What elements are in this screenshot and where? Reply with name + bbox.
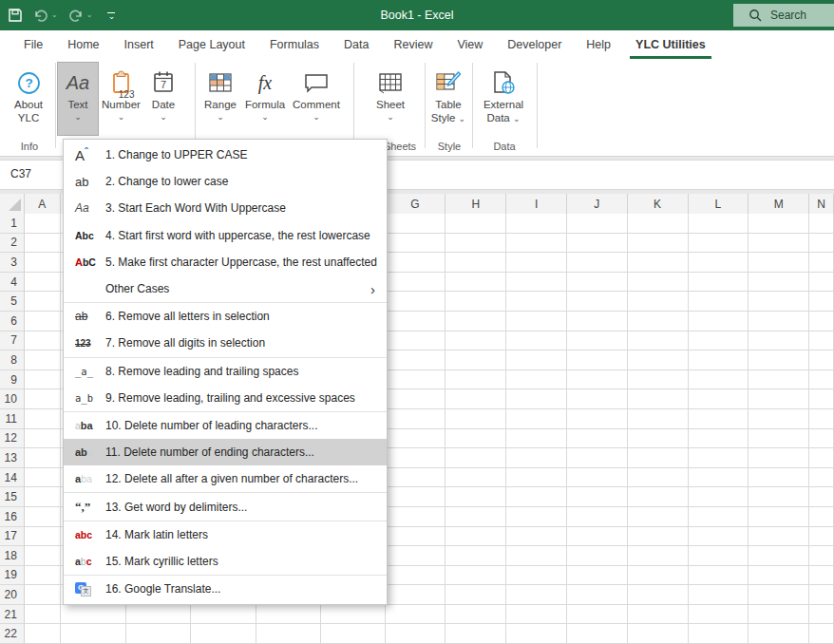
cell-M15[interactable] xyxy=(749,487,809,507)
cell-A18[interactable] xyxy=(25,546,61,566)
cell-M9[interactable] xyxy=(749,370,809,390)
tab-insert[interactable]: Insert xyxy=(112,30,166,59)
menu-item-delete-ending-chars[interactable]: aba 11. Delete number of ending characte… xyxy=(64,439,387,465)
cell-G9[interactable] xyxy=(386,370,446,390)
cell-L4[interactable] xyxy=(689,273,749,293)
cell-G6[interactable] xyxy=(386,312,446,331)
cell-H12[interactable] xyxy=(445,429,506,449)
cell-L11[interactable] xyxy=(689,409,749,429)
cell-J11[interactable] xyxy=(567,409,628,429)
cell-A7[interactable] xyxy=(25,331,61,351)
cell-M20[interactable] xyxy=(749,585,809,605)
row-header-16[interactable]: 16 xyxy=(0,507,25,527)
cell-I1[interactable] xyxy=(506,214,567,234)
cell-A19[interactable] xyxy=(25,566,61,586)
cell-M11[interactable] xyxy=(749,409,809,429)
cell-M17[interactable] xyxy=(749,527,809,547)
cell-J20[interactable] xyxy=(567,585,628,605)
cell-N20[interactable] xyxy=(809,585,834,605)
cell-N16[interactable] xyxy=(809,507,834,527)
cell-L22[interactable] xyxy=(689,624,749,644)
cell-I21[interactable] xyxy=(506,605,567,625)
cell-L5[interactable] xyxy=(689,292,749,312)
cell-N10[interactable] xyxy=(809,389,834,409)
menu-item-remove-digits[interactable]: 123 7. Remove all digits in selection xyxy=(64,330,387,356)
number-button[interactable]: 123 Number ⌄ xyxy=(98,63,144,135)
cell-H21[interactable] xyxy=(445,605,506,625)
cell-J17[interactable] xyxy=(567,527,628,547)
cell-A22[interactable] xyxy=(25,624,61,644)
select-all-corner[interactable] xyxy=(0,194,25,214)
cell-K19[interactable] xyxy=(628,566,689,586)
cell-J22[interactable] xyxy=(567,624,628,644)
cell-J18[interactable] xyxy=(567,546,628,566)
cell-K21[interactable] xyxy=(628,605,689,625)
cell-I2[interactable] xyxy=(506,234,567,254)
about-ylc-button[interactable]: ? About YLC xyxy=(4,63,53,135)
cell-M19[interactable] xyxy=(749,566,809,586)
cell-M1[interactable] xyxy=(749,214,809,234)
menu-item-first-word-uppercase[interactable]: Abc 4. Start first word with uppercase, … xyxy=(64,222,387,249)
cell-N11[interactable] xyxy=(809,409,834,429)
row-header-14[interactable]: 14 xyxy=(0,468,25,488)
cell-G22[interactable] xyxy=(386,624,446,644)
cell-H3[interactable] xyxy=(445,253,506,273)
cell-N2[interactable] xyxy=(809,234,834,254)
cell-L17[interactable] xyxy=(689,527,749,547)
cell-G16[interactable] xyxy=(386,507,446,527)
comment-button[interactable]: Comment ⌄ xyxy=(288,63,345,135)
row-header-9[interactable]: 9 xyxy=(0,370,25,390)
menu-item-mark-latin[interactable]: abc 14. Mark latin letters xyxy=(64,521,387,548)
cell-J1[interactable] xyxy=(567,214,628,234)
cell-A20[interactable] xyxy=(25,585,61,605)
cell-L13[interactable] xyxy=(689,448,749,468)
menu-item-delete-leading-chars[interactable]: aba 10. Delete number of leading charact… xyxy=(64,412,387,439)
cell-D21[interactable] xyxy=(191,605,256,625)
cell-N13[interactable] xyxy=(809,448,834,468)
cell-G4[interactable] xyxy=(386,273,446,293)
cell-I20[interactable] xyxy=(506,585,567,605)
cell-I16[interactable] xyxy=(506,507,567,527)
cell-L3[interactable] xyxy=(689,253,749,273)
cell-J19[interactable] xyxy=(567,566,628,586)
cell-J21[interactable] xyxy=(567,605,628,625)
column-header-L[interactable]: L xyxy=(689,194,749,214)
cell-F22[interactable] xyxy=(321,624,386,644)
menu-item-each-word-uppercase[interactable]: Aa 3. Start Each Word With Uppercase xyxy=(64,195,387,221)
cell-J13[interactable] xyxy=(567,448,628,468)
cell-E22[interactable] xyxy=(256,624,321,644)
cell-H18[interactable] xyxy=(445,546,506,566)
cell-I15[interactable] xyxy=(506,487,567,507)
cell-C22[interactable] xyxy=(126,624,192,644)
cell-L7[interactable] xyxy=(689,331,749,351)
menu-item-delete-after-chars[interactable]: aba 12. Delete all after a given number … xyxy=(64,465,387,492)
cell-B22[interactable] xyxy=(61,624,126,644)
cell-N22[interactable] xyxy=(809,624,834,644)
cell-L10[interactable] xyxy=(689,389,749,409)
menu-item-first-char-uppercase[interactable]: AbC 5. Make first character Uppercase, t… xyxy=(64,249,387,275)
cell-M4[interactable] xyxy=(749,273,809,293)
cell-N7[interactable] xyxy=(809,331,834,351)
row-header-21[interactable]: 21 xyxy=(0,605,25,625)
row-header-1[interactable]: 1 xyxy=(0,214,25,234)
row-header-8[interactable]: 8 xyxy=(0,350,25,370)
cell-M2[interactable] xyxy=(749,234,809,254)
cell-I8[interactable] xyxy=(506,350,567,370)
cell-L8[interactable] xyxy=(689,350,749,370)
cell-N21[interactable] xyxy=(809,605,834,625)
cell-L20[interactable] xyxy=(689,585,749,605)
cell-J6[interactable] xyxy=(567,312,628,331)
cell-H11[interactable] xyxy=(445,409,506,429)
cell-N15[interactable] xyxy=(809,487,834,507)
cell-K3[interactable] xyxy=(628,253,689,273)
cell-J4[interactable] xyxy=(567,273,628,293)
cell-H2[interactable] xyxy=(445,234,506,254)
row-header-6[interactable]: 6 xyxy=(0,312,25,331)
cell-A13[interactable] xyxy=(25,448,61,468)
cell-A11[interactable] xyxy=(25,409,61,429)
cell-G1[interactable] xyxy=(386,214,446,234)
cell-K9[interactable] xyxy=(628,370,689,390)
text-button[interactable]: Aa Text ⌄ xyxy=(58,63,98,135)
cell-I19[interactable] xyxy=(506,566,567,586)
cell-N8[interactable] xyxy=(809,350,834,370)
